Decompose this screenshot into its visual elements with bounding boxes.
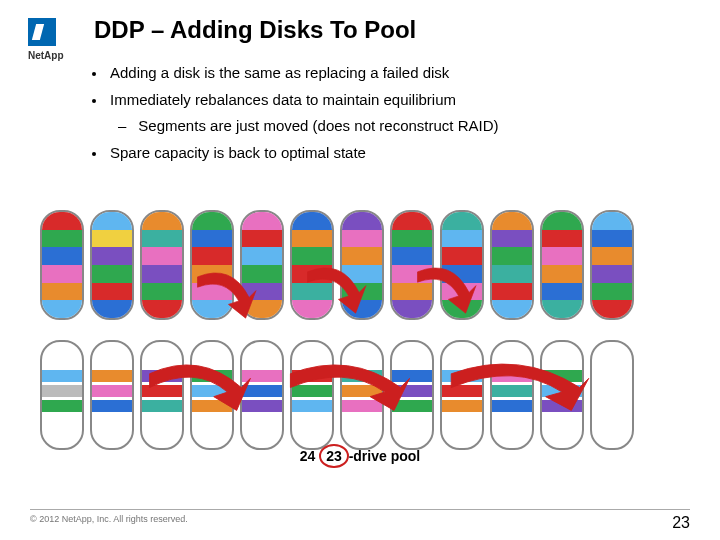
disk [440, 340, 484, 450]
caption: 24 23 -drive pool [0, 448, 720, 464]
footer: © 2012 NetApp, Inc. All rights reserved.… [30, 509, 690, 532]
disk [140, 210, 184, 320]
slide-title: DDP – Adding Disks To Pool [94, 16, 416, 44]
disk [590, 210, 634, 320]
bullet-2: Immediately rebalances data to maintain … [110, 89, 670, 112]
disk [490, 210, 534, 320]
disk [290, 210, 334, 320]
disk-new [590, 340, 634, 450]
disk [440, 210, 484, 320]
disk [240, 340, 284, 450]
bullet-1: Adding a disk is the same as replacing a… [110, 62, 670, 85]
disk [190, 210, 234, 320]
caption-suffix: -drive pool [349, 448, 421, 464]
disk [490, 340, 534, 450]
bullet-3: Spare capacity is back to optimal state [110, 142, 670, 165]
disk [390, 340, 434, 450]
disk [140, 340, 184, 450]
disk [340, 340, 384, 450]
logo-wordmark: NetApp [28, 50, 76, 61]
page-number: 23 [672, 514, 690, 532]
disk-row-bottom [40, 340, 634, 450]
logo-icon [28, 18, 56, 46]
bullet-list: Adding a disk is the same as replacing a… [110, 62, 670, 168]
disk [40, 210, 84, 320]
disk [390, 210, 434, 320]
disk-row-top [40, 210, 634, 320]
copyright: © 2012 NetApp, Inc. All rights reserved. [30, 514, 188, 532]
disk [190, 340, 234, 450]
disk [240, 210, 284, 320]
disk-diagram [40, 210, 680, 440]
disk [90, 210, 134, 320]
disk [40, 340, 84, 450]
caption-prefix: 24 [300, 448, 316, 464]
caption-struck: 23 [323, 448, 345, 464]
disk [290, 340, 334, 450]
bullet-2a: Segments are just moved (does not recons… [138, 115, 670, 138]
netapp-logo: NetApp [28, 18, 76, 61]
disk [540, 340, 584, 450]
disk [90, 340, 134, 450]
disk [340, 210, 384, 320]
disk [540, 210, 584, 320]
